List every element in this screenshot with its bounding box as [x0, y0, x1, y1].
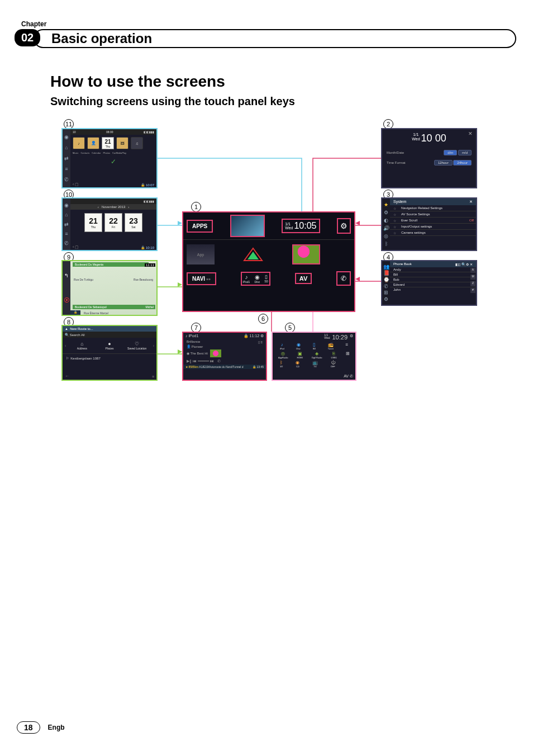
24h-button[interactable]: 24hour — [453, 160, 472, 166]
list-item[interactable]: Bill — [390, 272, 476, 277]
check-icon: ✓ — [111, 158, 116, 166]
screen-9-map: ↰⦿ Boulevard Du Magenta 11:11 Rue De Tur… — [61, 260, 158, 316]
md-button[interactable]: m/d — [458, 150, 472, 155]
list-item[interactable]: Navigation Related Settings — [390, 205, 476, 211]
calendar-tile: 21Thu — [102, 137, 114, 149]
screen-flow-diagram: 11 10 9 8 1 7 6 5 2 3 4 ◉⌂⇄≡✆ 1008:00◧◧▮… — [50, 119, 475, 382]
av-source-bar[interactable]: ♪iPod1 ◉Disc ▯SD — [241, 272, 270, 286]
list-item[interactable]: John — [390, 287, 476, 292]
settings-gear-button[interactable]: ⚙ — [337, 218, 351, 234]
day-sat: 23Sat — [125, 213, 142, 232]
av-button[interactable]: AV — [295, 273, 312, 284]
navi-button[interactable]: NAVI »» — [187, 272, 216, 285]
page-heading: How to use the screens — [50, 73, 499, 91]
list-item[interactable]: Bob — [390, 277, 476, 282]
screen-7-ipod-player: ♪ iPod1🔒 11:12 ⚙ Brilliance▯ ≡ 👤 Pioneer… — [182, 332, 267, 381]
callout-6: 6 — [258, 314, 268, 324]
nav-preview-tile[interactable] — [230, 215, 265, 237]
svg-marker-2 — [178, 349, 182, 354]
chapter-title: Basic operation — [34, 29, 516, 48]
left-dock: ◉⌂⇄≡✆ — [63, 129, 70, 187]
language-label: Engb — [48, 724, 65, 731]
screen-1-top-menu: APPS 1/1Wed 10:05 ⚙ App NAVI »» ♪iP — [182, 211, 355, 312]
apps-button[interactable]: APPS — [187, 220, 213, 233]
chapter-label: Chapter — [21, 20, 46, 28]
music-icon: ♪ — [73, 137, 85, 149]
photos-icon: 🖼 — [116, 137, 129, 149]
screen-8-new-route: ▲ New Route to... 🔍 Search All ‹ ⌂Addres… — [61, 325, 158, 381]
list-item[interactable]: Input/Output settings — [390, 224, 476, 230]
carmedia-icon: ♫ — [131, 137, 143, 149]
svg-marker-3 — [355, 221, 360, 225]
phone-button[interactable]: ✆ — [336, 271, 351, 286]
svg-marker-1 — [178, 282, 182, 287]
clock-tile[interactable]: 1/1Wed 10:05 — [282, 219, 320, 233]
contacts-icon: 👤 — [87, 137, 99, 149]
screen-3-system-settings: ★⚙◐🔊◎ᛒ System✕ Navigation Related Settin… — [381, 197, 477, 251]
app-thumb: App — [187, 244, 215, 264]
settings-dock: ★⚙◐🔊◎ᛒ — [382, 199, 390, 250]
callout-1: 1 — [191, 202, 201, 212]
gear-icon: ⚙ — [340, 221, 348, 230]
screen-10-calendar: ◉⌂⇄≡✆ ◧◧▮▮▮ ‹ November 2013 › 21Thu 22Fr… — [61, 197, 158, 251]
dm-button[interactable]: d/m — [444, 150, 457, 155]
list-item[interactable]: Andy — [390, 267, 476, 272]
day-thu: 21Thu — [84, 213, 102, 232]
av-preview-tile — [292, 244, 320, 264]
list-item[interactable]: Ever ScrollOff — [390, 218, 476, 224]
svg-marker-4 — [355, 277, 360, 281]
screen-11-appradio-home: ◉⌂⇄≡✆ 1008:00◧◧▮▮▮ ♪ 👤 21Thu 🖼 ♫ MusicCo… — [61, 128, 158, 188]
svg-marker-0 — [178, 221, 182, 225]
status-time: 🔒 10:07 — [141, 183, 154, 187]
list-item[interactable]: Camera settings — [390, 230, 476, 236]
12h-button[interactable]: 12hour — [434, 160, 453, 166]
close-icon[interactable]: ✕ — [469, 200, 473, 204]
left-dock: ◉⌂⇄≡✆ — [63, 199, 70, 250]
page-subheading: Switching screens using the touch panel … — [50, 95, 499, 108]
chapter-number-badge: 02 — [15, 29, 40, 46]
screen-5-av-source: 1/1Wed 10:29⚙ ♪iPod ◉Disc ▯SD 📻Tuner ≡ ◎… — [272, 332, 356, 381]
nav-triangle-thumb — [235, 242, 271, 267]
list-item[interactable]: AV Source Settings — [390, 211, 476, 218]
phone-dock: 👥📕⌚✆⊞⚙ — [382, 261, 390, 305]
left-dock: ↰⦿ — [63, 261, 70, 315]
list-item[interactable]: Edward — [390, 282, 476, 287]
day-fri: 22Fri — [104, 213, 122, 232]
current-road: Boulevard Du Magenta — [73, 262, 149, 267]
phone-icon: ✆ — [341, 275, 346, 282]
screen-2-time-setting: ✕ 1/1Wed10 00 Month/Date d/m m/d Time Fo… — [381, 128, 477, 188]
page-number: 18 — [17, 721, 40, 734]
screen-4-phone-book: 👥📕⌚✆⊞⚙ Phone Book▮▯▯ 🔍 ⚙ ✕ Andy Bill Bob… — [381, 260, 477, 306]
close-icon[interactable]: ✕ — [468, 131, 473, 136]
